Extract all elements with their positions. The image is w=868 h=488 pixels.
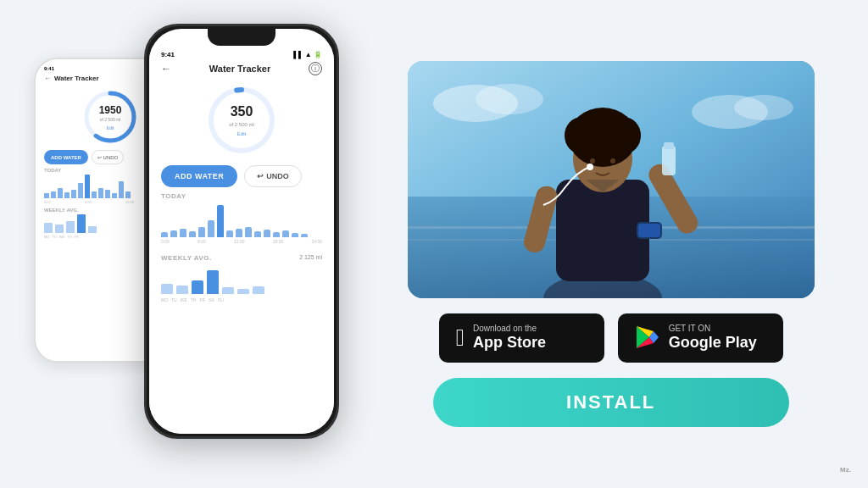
install-button[interactable]: INSTALL [433,378,789,427]
phone-notch [208,29,275,46]
phone-front-screen: 9:41 ▌▌ ▲ 🔋 ← Water Tracker ⓘ 350 of [149,46,334,434]
back-circle-subtitle: of 2 500 ml [100,117,121,122]
apple-store-text: Download on the App Store [473,324,546,352]
chart-bar [208,220,214,237]
weekly-bar [55,225,64,233]
weekly-bar-item [192,280,203,294]
weekly-bar-item [253,286,264,294]
google-play-main-text: Google Play [669,334,757,352]
phone-header: ← Water Tracker ⓘ [161,62,322,75]
bar-item [58,188,63,198]
chart-bar [254,231,261,237]
svg-rect-18 [664,142,674,149]
phone-front: 9:41 ▌▌ ▲ 🔋 ← Water Tracker ⓘ 350 of [144,24,339,439]
svg-point-19 [587,164,593,170]
weekly-avg-value: 2 125 ml [299,254,322,260]
chart-bar [292,233,298,237]
svg-point-27 [734,95,793,120]
weekly-day-labels: MO TU WE TH FR SA SU [161,297,322,302]
bar-item [92,191,97,198]
store-buttons-container:  Download on the App Store GET IT ON [439,313,783,363]
chart-bar [273,232,280,237]
chart-bar [236,229,242,237]
chart-time-labels: 0:00 6:00 12:00 18:00 24:00 [161,239,322,244]
bar-item [64,192,70,198]
watermark: Mz. [835,463,856,476]
apple-store-top-text: Download on the [473,324,546,334]
status-icons: ▌▌ ▲ 🔋 [293,51,322,58]
chart-bar [198,227,205,237]
weekly-bar [66,221,75,233]
back-circle-value: 1950 [99,104,122,116]
bar-item [119,181,124,198]
circle-progress-svg: 350 of 2 500 ml Edit [203,82,280,158]
chart-bar [301,234,308,237]
chart-bar-highlight [217,205,224,237]
google-play-text: GET IT ON Google Play [669,324,757,352]
weekly-bar-item [222,287,234,294]
photo-container [408,61,815,298]
phone-back-arrow-icon: ← [161,63,171,75]
circle-progress-area: 350 of 2 500 ml Edit [161,82,322,158]
bar-item [125,191,131,198]
status-time: 9:41 [161,51,175,58]
circle-value: 350 [231,104,253,119]
google-play-button[interactable]: GET IT ON Google Play [618,313,783,363]
add-water-button[interactable]: ADD WATER [161,165,237,187]
back-arrow-icon: ← [44,75,51,82]
bar-item [78,183,83,198]
bar-item [105,190,110,198]
phone-status-bar: 9:41 ▌▌ ▲ 🔋 [161,49,322,62]
svg-point-20 [590,158,595,164]
apple-icon:  [456,324,465,352]
back-circle-edit: Edit [107,125,114,130]
phone-header-title: Water Tracker [171,64,309,74]
chart-bar [170,230,177,237]
weekly-label: WEEKLY AVG. [161,254,212,262]
svg-point-25 [476,84,543,114]
weekly-header: WEEKLY AVG. 2 125 ml [161,249,322,265]
weekly-bar-item [237,289,249,294]
circle-subtitle: of 2 500 ml [229,122,254,127]
weekly-bar [44,223,53,233]
front-buttons-row: ADD WATER ↩ UNDO [161,165,322,187]
phones-area: 9:41 ← Water Tracker 1950 of 2 500 ml Ed… [34,24,387,464]
svg-rect-9 [556,180,649,281]
chart-bar [189,231,196,237]
back-phone-title: Water Tracker [54,75,99,82]
bar-item [44,193,49,198]
back-circle-svg: 1950 of 2 500 ml Edit [81,87,140,147]
back-undo-button[interactable]: ↩ UNDO [92,150,124,164]
phone-info-icon: ⓘ [309,62,322,75]
apple-store-main-text: App Store [473,334,546,352]
today-label: TODAY [161,192,322,200]
google-play-icon [635,324,660,352]
circle-edit: Edit [237,131,247,136]
phone-front-inner: 9:41 ▌▌ ▲ 🔋 ← Water Tracker ⓘ 350 of [149,29,334,434]
back-add-water-button[interactable]: ADD WATER [44,150,88,164]
svg-point-14 [577,109,628,140]
weekly-bars [161,269,322,294]
weekly-bar-item [161,284,173,294]
hero-image [408,61,815,298]
weekly-bar-item [176,286,188,294]
weekly-bar-highlight [77,214,86,233]
apple-store-button[interactable]:  Download on the App Store [439,313,604,363]
weekly-bar [88,226,97,233]
weekly-bar-highlight [207,270,219,294]
svg-point-2 [211,90,272,151]
bar-item [112,193,117,198]
google-play-top-text: GET IT ON [669,324,757,334]
bar-item [98,188,103,198]
chart-bar [226,230,233,237]
svg-point-21 [610,158,615,164]
bar-item-highlight [85,175,90,198]
undo-button[interactable]: ↩ UNDO [244,165,302,187]
bar-chart [161,203,322,237]
svg-rect-17 [662,146,676,175]
bar-item [71,190,76,198]
chart-bar [282,230,289,237]
main-container: 9:41 ← Water Tracker 1950 of 2 500 ml Ed… [8,8,860,480]
chart-bar [245,227,252,237]
bar-item [51,191,56,198]
